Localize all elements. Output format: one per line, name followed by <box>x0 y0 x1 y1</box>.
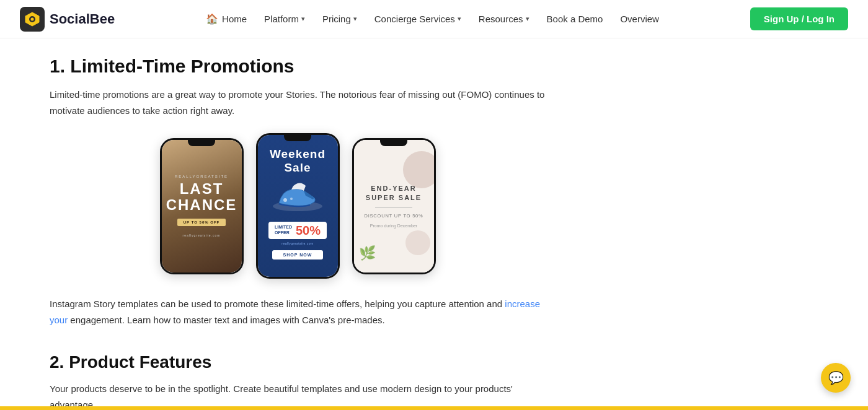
phone3-deco2 <box>405 230 430 255</box>
nav-resources[interactable]: Resources ▾ <box>471 9 537 29</box>
nav-links: 🏠 Home Platform ▾ Pricing ▾ Concierge Se… <box>198 8 666 30</box>
home-icon: 🏠 <box>206 13 218 25</box>
nav-home[interactable]: 🏠 Home <box>198 8 254 30</box>
phone2-detail: reallygreatsite.com <box>281 242 313 245</box>
phone-2: WeekendSale LIMITEDOFFER 50% <box>256 133 340 279</box>
phone-3: END-YEARSUPER SALE DISCOUNT UP TO 50% Pr… <box>352 138 436 274</box>
phone3-deco1 <box>403 151 436 188</box>
navbar: SocialBee 🏠 Home Platform ▾ Pricing ▾ Co… <box>0 0 868 38</box>
logo-icon <box>20 7 45 32</box>
section1-heading: 1. Limited-Time Promotions <box>50 56 546 77</box>
logo-link[interactable]: SocialBee <box>20 7 115 32</box>
phone1-small: reallygreatsite <box>175 175 228 178</box>
phone3-line <box>375 207 412 208</box>
phone-2-notch <box>284 135 311 141</box>
phones-row: reallygreatsite LASTCHANCE UP TO 50% OFF… <box>50 133 546 279</box>
phone-3-notch <box>380 140 407 146</box>
svg-point-5 <box>290 198 293 200</box>
bottom-bar <box>0 406 868 410</box>
phone3-title: END-YEARSUPER SALE <box>366 184 422 203</box>
phone-1: reallygreatsite LASTCHANCE UP TO 50% OFF… <box>160 138 244 274</box>
nav-overview[interactable]: Overview <box>613 9 666 29</box>
logo-text: SocialBee <box>50 11 115 27</box>
pricing-chevron-icon: ▾ <box>353 15 357 23</box>
nav-book-demo[interactable]: Book a Demo <box>539 9 611 29</box>
section1-body2: Instagram Story templates can be used to… <box>50 296 546 328</box>
phone3-leaf-icon: 🌿 <box>359 245 376 261</box>
nav-concierge[interactable]: Concierge Services ▾ <box>367 9 469 29</box>
phone2-offer-pct: 50% <box>296 224 321 237</box>
chat-button[interactable]: 💬 <box>821 363 851 393</box>
signup-button[interactable]: Sign Up / Log In <box>750 7 848 30</box>
phone-3-bg: END-YEARSUPER SALE DISCOUNT UP TO 50% Pr… <box>354 140 434 273</box>
main-content: 1. Limited-Time Promotions Limited-time … <box>0 38 595 410</box>
phone1-main: LASTCHANCE <box>166 181 237 212</box>
section1-body1: Limited-time promotions are a great way … <box>50 87 546 118</box>
phone-1-notch <box>188 140 215 146</box>
phone2-offer-label: LIMITEDOFFER <box>275 225 292 235</box>
chat-icon: 💬 <box>828 370 844 385</box>
phone3-discount: DISCOUNT UP TO 50% <box>364 213 423 219</box>
concierge-chevron-icon: ▾ <box>458 15 461 23</box>
phone-1-bg: reallygreatsite LASTCHANCE UP TO 50% OFF… <box>162 140 242 273</box>
resources-chevron-icon: ▾ <box>526 15 529 23</box>
nav-platform[interactable]: Platform ▾ <box>257 9 312 29</box>
svg-point-4 <box>283 198 287 202</box>
phone2-offer: LIMITEDOFFER 50% <box>268 222 327 239</box>
svg-point-2 <box>31 17 34 20</box>
phone2-title: WeekendSale <box>270 147 326 175</box>
section2-heading: 2. Product Features <box>50 352 546 372</box>
phone2-shop: SHOP NOW <box>272 250 324 260</box>
section2-body: Your products deserve to be in the spotl… <box>50 381 546 410</box>
nav-pricing[interactable]: Pricing ▾ <box>315 9 365 29</box>
platform-chevron-icon: ▾ <box>301 15 305 23</box>
phone2-shoe <box>270 178 326 216</box>
phone1-badge: UP TO 50% OFF <box>177 219 226 226</box>
phone1-sub: reallygreatsite.com <box>183 233 221 237</box>
phone-2-bg: WeekendSale LIMITEDOFFER 50% <box>258 135 338 277</box>
phone3-period: Promo during December <box>370 224 417 228</box>
